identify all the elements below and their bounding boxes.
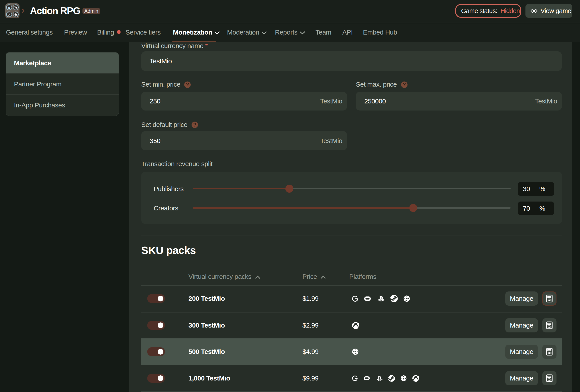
svg-text:u: u [8,5,10,9]
